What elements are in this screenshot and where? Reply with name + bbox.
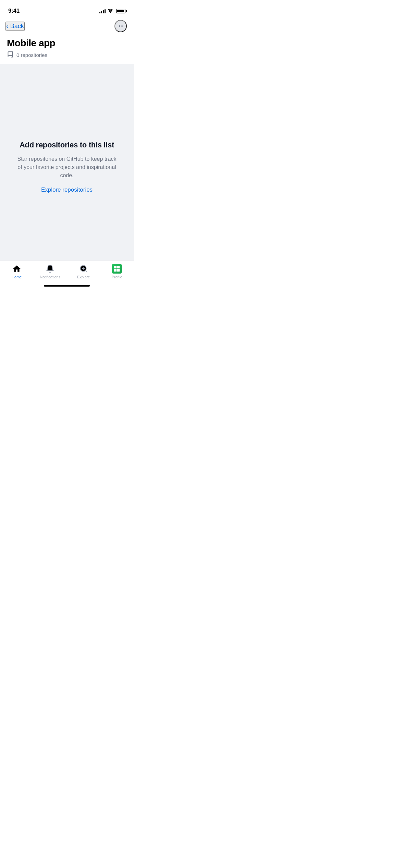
notifications-icon bbox=[45, 264, 55, 274]
status-time: 9:41 bbox=[8, 8, 20, 14]
svg-rect-7 bbox=[117, 269, 120, 272]
profile-icon bbox=[112, 264, 122, 274]
repo-count: 0 repositories bbox=[7, 51, 127, 58]
tab-profile[interactable]: Profile bbox=[105, 264, 129, 279]
nav-bar: ‹ Back bbox=[0, 17, 134, 36]
page-header: Mobile app 0 repositories bbox=[0, 36, 134, 64]
tab-home[interactable]: Home bbox=[5, 264, 29, 279]
svg-rect-6 bbox=[114, 269, 117, 272]
tab-explore[interactable]: Explore bbox=[72, 264, 96, 279]
empty-state-description: Star repositories on GitHub to keep trac… bbox=[17, 155, 117, 180]
status-icons bbox=[99, 9, 125, 13]
empty-state: Add repositories to this list Star repos… bbox=[17, 141, 117, 193]
wifi-icon bbox=[108, 9, 114, 13]
back-label: Back bbox=[10, 23, 24, 30]
svg-rect-4 bbox=[114, 266, 117, 268]
more-dots-icon bbox=[119, 25, 123, 27]
main-content: Add repositories to this list Star repos… bbox=[0, 64, 134, 270]
tab-profile-label: Profile bbox=[112, 275, 122, 279]
signal-icon bbox=[99, 9, 106, 13]
repo-count-text: 0 repositories bbox=[16, 52, 47, 58]
tab-explore-label: Explore bbox=[77, 275, 90, 279]
tab-notifications-label: Notifications bbox=[40, 275, 60, 279]
battery-icon bbox=[116, 9, 125, 13]
empty-state-title: Add repositories to this list bbox=[20, 141, 114, 149]
svg-rect-5 bbox=[117, 266, 120, 268]
repository-icon bbox=[7, 51, 14, 58]
home-indicator bbox=[44, 285, 90, 287]
explore-icon bbox=[79, 264, 88, 274]
back-chevron-icon: ‹ bbox=[6, 22, 9, 30]
page-title: Mobile app bbox=[7, 38, 127, 49]
explore-repositories-link[interactable]: Explore repositories bbox=[41, 186, 93, 193]
svg-line-1 bbox=[85, 270, 87, 272]
tab-notifications[interactable]: Notifications bbox=[38, 264, 62, 279]
home-icon bbox=[12, 264, 22, 274]
more-options-button[interactable] bbox=[114, 20, 127, 32]
tab-home-label: Home bbox=[12, 275, 22, 279]
back-button[interactable]: ‹ Back bbox=[5, 22, 25, 31]
status-bar: 9:41 bbox=[0, 0, 134, 17]
